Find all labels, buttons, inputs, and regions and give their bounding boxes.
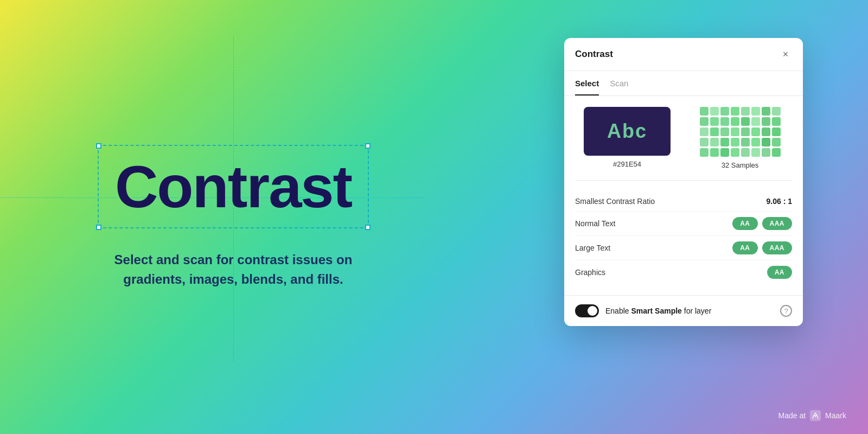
large-text-badges: AA AAA <box>732 241 792 254</box>
sample-dot <box>762 117 770 126</box>
sample-dot <box>762 127 770 136</box>
large-aa-badge: AA <box>732 241 757 254</box>
sample-dot <box>731 138 739 146</box>
result-row-normal-text: Normal Text AA AAA <box>575 212 792 236</box>
graphics-badges: AA <box>767 266 792 279</box>
contrast-ratio-label: Smallest Contrast Ratio <box>575 197 655 206</box>
sample-dot <box>751 138 760 146</box>
help-button[interactable]: ? <box>780 305 792 317</box>
sample-dot <box>751 127 760 136</box>
handle-tr <box>365 143 371 149</box>
sample-dot <box>720 127 729 136</box>
sample-dot <box>751 107 760 116</box>
handle-br <box>365 225 371 230</box>
panel-body: Abc #291E54 32 Samples Smallest Contrast… <box>564 96 803 295</box>
brand-name: Maark <box>825 411 846 420</box>
sample-dot <box>772 117 781 126</box>
sample-dot <box>720 148 729 157</box>
selection-box: Contrast <box>98 145 369 228</box>
sample-dot <box>741 107 750 116</box>
sample-dot <box>772 148 781 157</box>
color-swatch: Abc #291E54 <box>575 107 679 168</box>
sample-dot <box>731 148 739 157</box>
footer-branding: Made at Maark <box>778 410 847 421</box>
sample-dot <box>700 148 709 157</box>
sample-dot <box>710 148 719 157</box>
tab-select[interactable]: Select <box>575 79 599 95</box>
large-text-label: Large Text <box>575 244 610 252</box>
sample-dot <box>751 148 760 157</box>
panel-header: Contrast × <box>564 38 803 71</box>
sample-dot <box>720 117 729 126</box>
graphics-label: Graphics <box>575 268 605 277</box>
result-row-contrast-ratio: Smallest Contrast Ratio 9.06 : 1 <box>575 192 792 212</box>
sample-dot <box>720 138 729 146</box>
smart-sample-label: Enable Smart Sample for layer <box>605 307 774 315</box>
handle-bl <box>96 225 101 230</box>
handle-tl <box>96 143 101 149</box>
tab-scan[interactable]: Scan <box>610 79 628 95</box>
sample-dot <box>762 107 770 116</box>
samples-row: Abc #291E54 32 Samples <box>575 107 792 181</box>
sample-dot <box>772 107 781 116</box>
sample-dot <box>731 127 739 136</box>
contrast-panel: Contrast × Select Scan Abc #291E54 32 Sa… <box>564 38 803 326</box>
sample-dot <box>710 117 719 126</box>
normal-aa-badge: AA <box>732 217 757 230</box>
contrast-ratio-value: 9.06 : 1 <box>767 197 792 206</box>
close-button[interactable]: × <box>779 48 792 61</box>
sample-dot <box>710 138 719 146</box>
graphics-aa-badge: AA <box>767 266 792 279</box>
sample-dot <box>762 138 770 146</box>
smart-sample-toggle[interactable] <box>575 304 599 317</box>
maark-logo-icon <box>810 410 821 421</box>
made-at-text: Made at <box>778 411 806 420</box>
result-row-large-text: Large Text AA AAA <box>575 236 792 260</box>
sample-dot <box>741 127 750 136</box>
sample-dot <box>731 117 739 126</box>
samples-count-label: 32 Samples <box>722 161 759 169</box>
panel-title: Contrast <box>575 49 613 60</box>
left-content: Contrast Select and scan for contrast is… <box>0 0 467 434</box>
sample-dot <box>700 138 709 146</box>
swatch-abc-text: Abc <box>607 120 647 143</box>
normal-text-badges: AA AAA <box>732 217 792 230</box>
sample-dot <box>741 117 750 126</box>
normal-aaa-badge: AAA <box>762 217 793 230</box>
sample-dot <box>700 127 709 136</box>
swatch-box: Abc <box>584 107 671 156</box>
sample-dot <box>700 117 709 126</box>
sample-dot <box>772 127 781 136</box>
panel-footer: Enable Smart Sample for layer ? <box>564 295 803 326</box>
large-aaa-badge: AAA <box>762 241 793 254</box>
sample-dot <box>731 107 739 116</box>
panel-tabs: Select Scan <box>564 71 803 96</box>
sample-dot <box>751 117 760 126</box>
sample-dot <box>772 138 781 146</box>
sample-dot <box>720 107 729 116</box>
sample-dot <box>741 138 750 146</box>
samples-grid-container: 32 Samples <box>688 107 792 169</box>
result-row-graphics: Graphics AA <box>575 260 792 284</box>
sample-dot <box>762 148 770 157</box>
svg-point-0 <box>815 413 816 414</box>
sample-dot <box>710 107 719 116</box>
hex-label: #291E54 <box>613 160 641 168</box>
sample-dot <box>700 107 709 116</box>
sample-dot <box>710 127 719 136</box>
samples-grid <box>700 107 781 157</box>
normal-text-label: Normal Text <box>575 219 615 228</box>
sample-dot <box>741 148 750 157</box>
main-heading: Contrast <box>115 157 352 216</box>
toggle-knob <box>588 306 597 316</box>
